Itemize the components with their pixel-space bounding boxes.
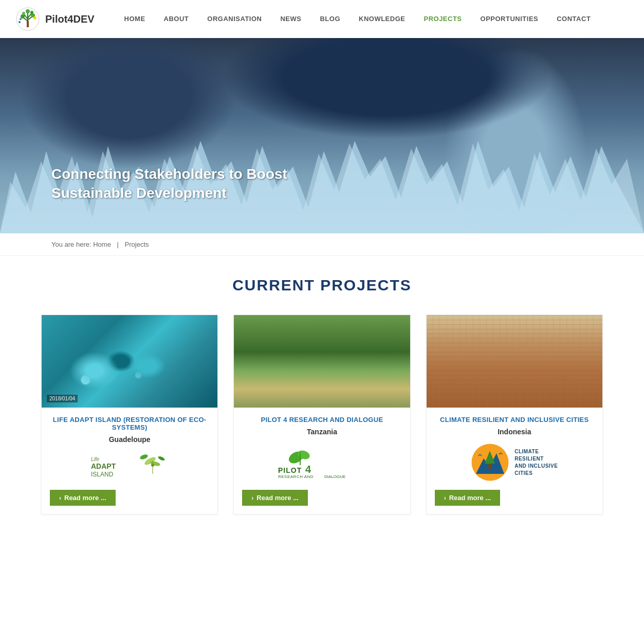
nav-link-projects[interactable]: PROJECTS — [414, 0, 471, 38]
nav-links: HOME ABOUT ORGANISATION NEWS BLOG KNOWLE… — [115, 0, 600, 38]
svg-point-11 — [26, 9, 30, 13]
nav-item-about[interactable]: ABOUT — [155, 0, 198, 38]
nav-link-opportunities[interactable]: OPPORTUNITIES — [471, 0, 548, 38]
nav-link-contact[interactable]: CONTACT — [547, 0, 600, 38]
hero-section: Connecting Stakeholders to Boost Sustain… — [0, 38, 644, 233]
nav-link-knowledge[interactable]: KNOWLEDGE — [349, 0, 414, 38]
nav-item-projects[interactable]: PROJECTS — [414, 0, 471, 38]
svg-text:DIALOGUE: DIALOGUE — [324, 474, 345, 478]
nav-item-knowledge[interactable]: KNOWLEDGE — [349, 0, 414, 38]
svg-point-25 — [158, 455, 165, 461]
nav-link-about[interactable]: ABOUT — [155, 0, 198, 38]
project-image-forest — [234, 315, 410, 408]
breadcrumb-separator: | — [117, 241, 119, 248]
svg-point-12 — [33, 16, 36, 20]
project-logo-2: PILOT 4 RESEARCH AND DIALOGUE — [275, 443, 368, 482]
nav-item-contact[interactable]: CONTACT — [547, 0, 600, 38]
project-card-body-1: LIFE ADAPT ISLAND (RESTORATION OF ECO-SY… — [42, 408, 217, 514]
svg-point-10 — [30, 11, 33, 14]
svg-text:ADAPT: ADAPT — [91, 462, 116, 470]
project-card-life-adapt: 2018/01/04 LIFE ADAPT ISLAND (RESTORATIO… — [41, 315, 218, 514]
nav-item-news[interactable]: NEWS — [271, 0, 310, 38]
project-location-2: Tanzania — [307, 428, 337, 436]
nav-link-blog[interactable]: BLOG — [310, 0, 349, 38]
svg-text:RESEARCH AND: RESEARCH AND — [278, 474, 314, 478]
project-image-coral: 2018/01/04 — [42, 315, 217, 408]
project-title-1: LIFE ADAPT ISLAND (RESTORATION OF ECO-SY… — [50, 416, 209, 431]
hero-title: Connecting Stakeholders to Boost Sustain… — [51, 165, 287, 203]
svg-point-13 — [20, 18, 22, 20]
nav-link-organisation[interactable]: ORGANISATION — [198, 0, 271, 38]
project-card-crc: CLIMATE RESILIENT AND INCLUSIVE CITIES I… — [426, 315, 603, 514]
project-logo-1: Life ADAPT ISLAND — [88, 451, 171, 482]
svg-text:ISLAND: ISLAND — [91, 471, 114, 478]
project-date-badge: 2018/01/04 — [47, 395, 78, 402]
breadcrumb: You are here: Home | Projects — [0, 233, 644, 256]
section-title: CURRENT PROJECTS — [41, 277, 603, 294]
svg-point-9 — [22, 12, 25, 15]
svg-rect-1 — [27, 21, 29, 27]
svg-point-24 — [139, 454, 149, 461]
breadcrumb-current: Projects — [125, 241, 149, 248]
svg-text:PILOT: PILOT — [278, 466, 302, 474]
hero-text: Connecting Stakeholders to Boost Sustain… — [0, 165, 287, 203]
nav-item-home[interactable]: HOME — [115, 0, 155, 38]
svg-text:Life: Life — [91, 456, 100, 462]
chevron-right-icon-3: › — [444, 494, 446, 502]
project-title-2: PILOT 4 RESEARCH AND DIALOGUE — [261, 416, 383, 424]
logo-icon — [15, 7, 40, 31]
nav-link-home[interactable]: HOME — [115, 0, 155, 38]
read-more-button-2[interactable]: › Read more ... — [242, 490, 308, 506]
main-content: CURRENT PROJECTS 2018/01/04 LIFE ADAPT I… — [0, 256, 644, 545]
project-title-3: CLIMATE RESILIENT AND INCLUSIVE CITIES — [440, 416, 588, 424]
project-location-1: Guadeloupe — [109, 435, 151, 444]
svg-point-14 — [19, 21, 21, 23]
project-location-3: Indonesia — [498, 428, 531, 436]
project-image-city — [427, 315, 602, 408]
breadcrumb-prefix: You are here: — [51, 241, 91, 248]
site-logo[interactable]: Pilot4DEV — [15, 7, 95, 31]
crc-logo-text: CLIMATERESILIENTAND INCLUSIVECITIES — [514, 448, 558, 477]
chevron-right-icon: › — [59, 494, 61, 502]
site-name: Pilot4DEV — [45, 13, 95, 25]
project-card-body-2: PILOT 4 RESEARCH AND DIALOGUE Tanzania P… — [234, 408, 410, 514]
nav-item-organisation[interactable]: ORGANISATION — [198, 0, 271, 38]
svg-rect-36 — [488, 464, 491, 469]
navigation: Pilot4DEV HOME ABOUT ORGANISATION NEWS B… — [0, 0, 644, 38]
svg-text:4: 4 — [305, 464, 311, 475]
project-logo-3: CLIMATERESILIENTAND INCLUSIVECITIES — [471, 443, 558, 482]
adapt-island-logo-svg: Life ADAPT ISLAND — [88, 451, 171, 482]
breadcrumb-home[interactable]: Home — [93, 241, 111, 248]
nav-item-blog[interactable]: BLOG — [310, 0, 349, 38]
nav-link-news[interactable]: NEWS — [271, 0, 310, 38]
read-more-button-3[interactable]: › Read more ... — [435, 490, 501, 506]
project-card-body-3: CLIMATE RESILIENT AND INCLUSIVE CITIES I… — [427, 408, 602, 514]
crc-logo-container: CLIMATERESILIENTAND INCLUSIVECITIES — [471, 443, 558, 482]
svg-point-7 — [21, 14, 25, 19]
projects-grid: 2018/01/04 LIFE ADAPT ISLAND (RESTORATIO… — [41, 315, 603, 514]
read-more-button-1[interactable]: › Read more ... — [50, 490, 116, 506]
nav-item-opportunities[interactable]: OPPORTUNITIES — [471, 0, 548, 38]
project-card-pilot4: PILOT 4 RESEARCH AND DIALOGUE Tanzania P… — [233, 315, 410, 514]
pilot4-logo-svg: PILOT 4 RESEARCH AND DIALOGUE — [275, 447, 368, 478]
crc-logo-icon-svg — [471, 443, 509, 482]
chevron-right-icon-2: › — [251, 494, 253, 502]
